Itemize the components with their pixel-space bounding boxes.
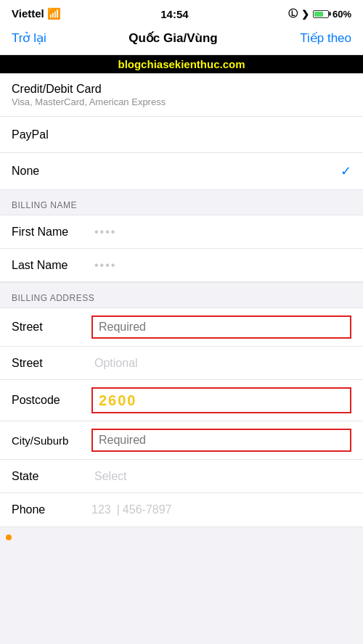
- carrier-label: Viettel 📶: [12, 7, 61, 20]
- none-title: None: [12, 165, 340, 178]
- paypal-info: PayPal: [12, 128, 351, 141]
- arrow-annotation-3: ➤: [359, 422, 363, 455]
- arrow-annotation-1: ➤: [359, 305, 363, 339]
- postcode-row: Postcode 2600 ➤: [0, 380, 363, 421]
- billing-address-header: BILLING ADDRESS: [0, 283, 363, 307]
- paypal-title: PayPal: [12, 128, 351, 141]
- phone-row: Phone 123 | 456-7897: [0, 493, 363, 527]
- time-label: 14:54: [160, 8, 188, 20]
- phone-area[interactable]: 123: [91, 503, 111, 516]
- street2-label: Street: [12, 357, 91, 370]
- battery-label: 60%: [333, 9, 351, 20]
- street1-label: Street: [12, 321, 91, 334]
- first-name-value[interactable]: ••••: [91, 224, 351, 240]
- next-button[interactable]: Tiếp theo: [300, 30, 351, 46]
- phone-number[interactable]: 456-7897: [123, 503, 172, 516]
- city-label: City/Suburb: [12, 434, 91, 447]
- last-name-row: Last Name ••••: [0, 249, 363, 282]
- watermark: blogchiasekienthuc.com: [0, 55, 363, 73]
- last-name-label: Last Name: [12, 259, 91, 272]
- status-icons: Ⓛ ❯ 60%: [288, 7, 351, 20]
- dot-indicator: [6, 534, 12, 540]
- nav-title: Quốc Gia/Vùng: [129, 30, 217, 46]
- first-name-row: First Name ••••: [0, 215, 363, 249]
- street1-row: Street ➤: [0, 308, 363, 347]
- phone-divider: |: [117, 503, 120, 516]
- last-name-value[interactable]: ••••: [91, 257, 351, 273]
- signal-icon: ❯: [301, 9, 309, 20]
- state-label: State: [12, 470, 91, 483]
- state-value[interactable]: Select: [91, 468, 351, 484]
- location-icon: Ⓛ: [288, 7, 298, 20]
- postcode-label: Postcode: [12, 394, 91, 407]
- list-item-paypal[interactable]: PayPal: [0, 117, 363, 153]
- list-item-none[interactable]: None ✓: [0, 153, 363, 189]
- state-row: State Select: [0, 460, 363, 493]
- city-row: City/Suburb ➤: [0, 421, 363, 460]
- credit-card-title: Credit/Debit Card: [12, 83, 351, 96]
- arrow-annotation-2: ➤: [359, 381, 363, 414]
- none-info: None: [12, 165, 340, 178]
- credit-card-subtitle: Visa, MasterCard, American Express: [12, 96, 351, 107]
- postcode-value[interactable]: 2600: [91, 387, 351, 413]
- watermark-text: blogchiasekienthuc.com: [118, 58, 245, 70]
- credit-card-info: Credit/Debit Card Visa, MasterCard, Amer…: [12, 83, 351, 107]
- first-name-label: First Name: [12, 226, 91, 239]
- list-item-credit-card[interactable]: Credit/Debit Card Visa, MasterCard, Amer…: [0, 74, 363, 117]
- billing-address-section: Street ➤ Street Optional Postcode 2600 ➤…: [0, 307, 363, 527]
- billing-name-section: First Name •••• Last Name ••••: [0, 215, 363, 283]
- city-input[interactable]: [91, 429, 351, 452]
- street2-value[interactable]: Optional: [91, 355, 351, 371]
- street2-row: Street Optional: [0, 347, 363, 380]
- billing-name-header: BILLING NAME: [0, 190, 363, 215]
- payment-methods-section: Credit/Debit Card Visa, MasterCard, Amer…: [0, 73, 363, 190]
- checkmark-icon: ✓: [340, 163, 351, 179]
- nav-bar: Trở lại Quốc Gia/Vùng Tiếp theo: [0, 25, 363, 55]
- status-bar: Viettel 📶 14:54 Ⓛ ❯ 60%: [0, 0, 363, 25]
- street1-input[interactable]: [91, 315, 351, 339]
- phone-label: Phone: [12, 503, 91, 516]
- battery-icon: [313, 10, 329, 18]
- back-button[interactable]: Trở lại: [12, 30, 46, 46]
